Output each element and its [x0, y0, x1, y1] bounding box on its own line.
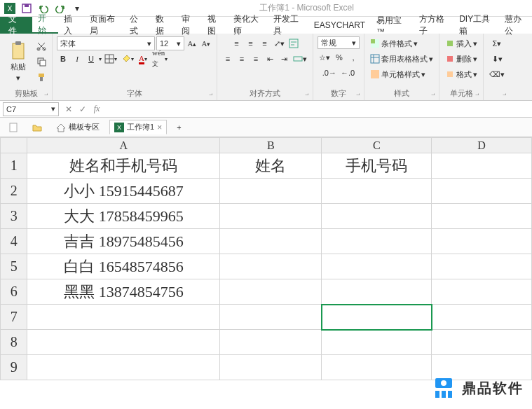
name-box[interactable]: C7▾: [3, 102, 59, 116]
workbook1-tab[interactable]: X工作簿1×: [109, 120, 167, 134]
cell[interactable]: 吉吉 18975485456: [27, 229, 220, 254]
fill-color-button[interactable]: ▾: [120, 52, 135, 66]
template-tab[interactable]: 模板专区: [52, 120, 104, 134]
wrap-text-button[interactable]: [287, 36, 300, 50]
ribbon-tab-12[interactable]: DIY工具箱: [453, 17, 499, 34]
format-painter-button[interactable]: [35, 70, 48, 84]
align-bottom-button[interactable]: ≡: [259, 36, 271, 50]
column-header[interactable]: A: [27, 138, 220, 153]
cut-button[interactable]: [35, 39, 48, 53]
file-tab[interactable]: 文件: [0, 17, 32, 34]
cell[interactable]: [27, 305, 220, 330]
align-top-button[interactable]: ≡: [231, 36, 243, 50]
cell[interactable]: [220, 254, 322, 279]
underline-button[interactable]: U: [85, 52, 97, 66]
decrease-indent-button[interactable]: ⇤: [264, 52, 276, 66]
select-all-corner[interactable]: [1, 138, 27, 153]
ribbon-tab-0[interactable]: 开始: [32, 17, 58, 34]
ribbon-tab-4[interactable]: 数据: [150, 17, 176, 34]
column-header[interactable]: B: [220, 138, 322, 153]
decrease-decimal-button[interactable]: ←.0: [339, 66, 356, 80]
add-tab-button[interactable]: +: [172, 122, 185, 133]
cell[interactable]: [322, 204, 432, 229]
phonetic-button[interactable]: wén文▾: [151, 52, 169, 66]
cell[interactable]: 手机号码: [322, 153, 432, 179]
cell[interactable]: [322, 179, 432, 204]
increase-decimal-button[interactable]: .0→: [321, 66, 338, 80]
row-header[interactable]: 2: [1, 179, 27, 204]
fill-button[interactable]: ⬇▾: [491, 52, 504, 66]
cell[interactable]: 小小 15915445687: [27, 179, 220, 204]
orientation-button[interactable]: ⤢▾: [273, 36, 286, 50]
decrease-font-button[interactable]: A▾: [200, 36, 212, 50]
cell[interactable]: [27, 330, 220, 355]
row-header[interactable]: 4: [1, 229, 27, 254]
ribbon-tab-7[interactable]: 美化大师: [228, 17, 268, 34]
column-header[interactable]: D: [432, 138, 532, 153]
number-format-combo[interactable]: 常规▾: [318, 36, 360, 49]
italic-button[interactable]: I: [71, 52, 83, 66]
cell[interactable]: [220, 305, 322, 330]
row-header[interactable]: 3: [1, 204, 27, 229]
merge-button[interactable]: ▾: [292, 52, 308, 66]
ribbon-tab-1[interactable]: 插入: [58, 17, 84, 34]
fx-button[interactable]: fx: [90, 102, 104, 116]
bold-button[interactable]: B: [57, 52, 69, 66]
cell-styles-button[interactable]: 单元格样式 ▾: [369, 67, 435, 81]
ribbon-tab-10[interactable]: 易用宝 ™: [371, 17, 414, 34]
row-header[interactable]: 6: [1, 279, 27, 305]
cell[interactable]: [322, 330, 432, 355]
increase-font-button[interactable]: A▴: [186, 36, 198, 50]
cell[interactable]: [27, 355, 220, 380]
close-icon[interactable]: ×: [157, 123, 162, 132]
delete-cells-button[interactable]: 删除 ▾: [444, 52, 479, 66]
cell[interactable]: [220, 229, 322, 254]
spreadsheet-grid[interactable]: ABCD1姓名和手机号码姓名手机号码2小小 159154456873大大 178…: [0, 137, 532, 380]
ribbon-tab-2[interactable]: 页面布局: [84, 17, 125, 34]
font-color-button[interactable]: A▾: [137, 52, 149, 66]
cell[interactable]: [220, 204, 322, 229]
cell[interactable]: [432, 279, 532, 305]
ribbon-tab-13[interactable]: 慧办公: [499, 17, 532, 34]
cell[interactable]: 姓名和手机号码: [27, 153, 220, 179]
cell[interactable]: 大大 17858459965: [27, 204, 220, 229]
percent-button[interactable]: %: [333, 50, 346, 64]
align-left-button[interactable]: ≡: [221, 52, 234, 66]
column-header[interactable]: C: [322, 138, 432, 153]
cell[interactable]: [432, 204, 532, 229]
table-format-button[interactable]: 套用表格格式 ▾: [369, 52, 435, 66]
cell[interactable]: [322, 229, 432, 254]
insert-cells-button[interactable]: 插入 ▾: [444, 36, 479, 50]
cell[interactable]: [322, 305, 432, 330]
borders-button[interactable]: ▾: [103, 52, 118, 66]
cell[interactable]: [322, 254, 432, 279]
copy-button[interactable]: [35, 55, 48, 69]
paste-button[interactable]: 粘贴 ▾: [4, 41, 32, 83]
row-header[interactable]: 7: [1, 305, 27, 330]
cancel-formula-button[interactable]: ✕: [62, 102, 76, 116]
open-folder-tab[interactable]: [28, 121, 46, 134]
ribbon-tab-9[interactable]: EASYCHART: [308, 17, 371, 34]
align-middle-button[interactable]: ≡: [245, 36, 257, 50]
ribbon-tab-8[interactable]: 开发工具: [268, 17, 308, 34]
cell[interactable]: 姓名: [220, 153, 322, 179]
increase-indent-button[interactable]: ⇥: [278, 52, 290, 66]
align-center-button[interactable]: ≡: [236, 52, 248, 66]
enter-formula-button[interactable]: ✓: [76, 102, 90, 116]
cell[interactable]: [220, 330, 322, 355]
align-right-button[interactable]: ≡: [250, 52, 262, 66]
row-header[interactable]: 8: [1, 330, 27, 355]
cell[interactable]: [432, 179, 532, 204]
cell[interactable]: [220, 279, 322, 305]
new-file-tab[interactable]: [4, 121, 22, 134]
cell[interactable]: [220, 355, 322, 380]
cell[interactable]: [220, 179, 322, 204]
comma-button[interactable]: ,: [347, 50, 360, 64]
ribbon-tab-6[interactable]: 视图: [202, 17, 228, 34]
autosum-button[interactable]: Σ▾: [491, 36, 503, 50]
currency-button[interactable]: ☆▾: [318, 50, 332, 64]
row-header[interactable]: 1: [1, 153, 27, 179]
ribbon-tab-5[interactable]: 审阅: [176, 17, 202, 34]
format-cells-button[interactable]: 格式 ▾: [444, 67, 479, 81]
cell[interactable]: [322, 355, 432, 380]
